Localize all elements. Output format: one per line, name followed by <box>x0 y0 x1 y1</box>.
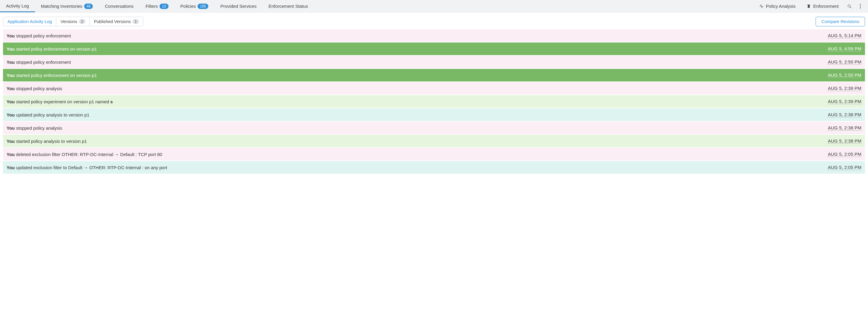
enforcement-button[interactable]: Enforcement <box>801 0 844 12</box>
log-message: You started policy enforcement on versio… <box>7 47 97 52</box>
tab-label: Matching Inventories <box>41 4 82 9</box>
enforcement-label: Enforcement <box>813 4 839 9</box>
subtab-label: Application Activity Log <box>7 19 52 24</box>
log-text: stopped policy analysis <box>15 125 62 130</box>
log-text: started policy enforcement on version p1 <box>15 47 97 52</box>
more-menu-button[interactable] <box>855 0 866 12</box>
log-timestamp: AUG 5, 4:59 PM <box>828 46 861 52</box>
log-row: You updated policy analysis to version p… <box>3 109 865 121</box>
log-timestamp: AUG 5, 2:50 PM <box>828 59 861 65</box>
tab-enforcement-status[interactable]: Enforcement Status <box>262 0 314 12</box>
activity-log-list: You stopped policy enforcement AUG 5, 5:… <box>0 29 868 177</box>
log-message: You updated policy analysis to version p… <box>7 112 90 117</box>
tab-badge: 13 <box>159 4 168 9</box>
subtab-badge: 1 <box>133 19 139 24</box>
policy-analysis-label: Policy Analysis <box>766 4 796 9</box>
search-icon <box>847 4 852 9</box>
log-message: You stopped policy enforcement <box>7 33 71 38</box>
log-text: started policy analysis to version p1 <box>15 139 87 144</box>
kebab-icon <box>860 4 861 8</box>
tab-policies[interactable]: Policies 155 <box>175 0 215 12</box>
tab-label: Filters <box>146 4 158 9</box>
subtab-versions[interactable]: Versions 2 <box>56 17 90 26</box>
search-button[interactable] <box>844 0 855 12</box>
log-text: stopped policy enforcement <box>15 60 71 65</box>
log-row: You deleted exclusion filter OTHER: RTP-… <box>3 148 865 160</box>
log-message: You stopped policy enforcement <box>7 60 71 65</box>
log-message: You started policy enforcement on versio… <box>7 73 97 78</box>
log-timestamp: AUG 5, 2:50 PM <box>828 72 861 78</box>
tab-label: Activity Log <box>6 3 29 8</box>
log-row: You started policy enforcement on versio… <box>3 69 865 82</box>
log-timestamp: AUG 5, 2:05 PM <box>828 151 861 157</box>
tab-label: Provided Services <box>220 4 256 9</box>
log-experiment-name: s <box>111 99 113 104</box>
top-nav-bar: Activity Log Matching Inventories 46 Con… <box>0 0 868 12</box>
log-actor: You <box>7 33 15 38</box>
log-row: You started policy enforcement on versio… <box>3 42 865 55</box>
log-row: You started policy experiment on version… <box>3 95 865 108</box>
tab-label: Policies <box>181 4 196 9</box>
nav-right-actions: Policy Analysis Enforcement <box>754 0 866 12</box>
log-row: You updated exclusion filter to Default … <box>3 161 865 174</box>
log-message: You stopped policy analysis <box>7 125 62 130</box>
tab-label: Enforcement Status <box>269 4 308 9</box>
log-timestamp: AUG 5, 2:05 PM <box>828 165 861 170</box>
svg-point-0 <box>848 4 850 7</box>
rook-icon <box>806 4 811 9</box>
log-timestamp: AUG 5, 2:38 PM <box>828 112 861 117</box>
activity-icon <box>759 4 764 9</box>
log-timestamp: AUG 5, 2:38 PM <box>828 138 861 144</box>
log-text: started policy enforcement on version p1 <box>15 73 97 78</box>
tab-label: Conversations <box>105 4 133 9</box>
log-timestamp: AUG 5, 5:14 PM <box>828 33 861 38</box>
log-text: stopped policy analysis <box>15 86 62 91</box>
tab-badge: 46 <box>84 4 93 9</box>
tab-matching-inventories[interactable]: Matching Inventories 46 <box>35 0 99 12</box>
subtab-row: Application Activity Log Versions 2 Publ… <box>0 12 868 29</box>
svg-line-1 <box>850 7 851 8</box>
log-message: You stopped policy analysis <box>7 86 62 91</box>
subtab-published-versions[interactable]: Published Versions 1 <box>90 17 143 26</box>
log-row: You stopped policy enforcement AUG 5, 5:… <box>3 29 865 42</box>
log-text: updated policy analysis to version p1 <box>15 112 89 117</box>
log-actor: You <box>7 47 15 52</box>
subtab-application-activity-log[interactable]: Application Activity Log <box>3 17 56 26</box>
log-timestamp: AUG 5, 2:38 PM <box>828 125 861 130</box>
nav-tabs: Activity Log Matching Inventories 46 Con… <box>0 0 314 12</box>
log-timestamp: AUG 5, 2:39 PM <box>828 86 861 91</box>
compare-revisions-button[interactable]: Compare Revisions <box>816 17 865 26</box>
log-actor: You <box>7 73 15 78</box>
log-row: You stopped policy analysis AUG 5, 2:38 … <box>3 122 865 134</box>
log-message: You started policy analysis to version p… <box>7 139 87 144</box>
log-text: updated exclusion filter to Default → OT… <box>15 165 167 170</box>
log-message: You updated exclusion filter to Default … <box>7 165 167 170</box>
log-timestamp: AUG 5, 2:39 PM <box>828 99 861 104</box>
log-actor: You <box>7 152 15 157</box>
log-actor: You <box>7 165 15 170</box>
tab-provided-services[interactable]: Provided Services <box>214 0 262 12</box>
tab-conversations[interactable]: Conversations <box>99 0 140 12</box>
tab-badge: 155 <box>197 4 208 9</box>
subtab-badge: 2 <box>79 19 85 24</box>
log-actor: You <box>7 86 15 91</box>
subtab-label: Published Versions <box>94 19 131 24</box>
log-actor: You <box>7 112 15 117</box>
log-text: started policy experiment on version p1 … <box>15 99 110 104</box>
subtab-group: Application Activity Log Versions 2 Publ… <box>3 17 143 26</box>
log-actor: You <box>7 99 15 104</box>
log-actor: You <box>7 139 15 144</box>
tab-filters[interactable]: Filters 13 <box>140 0 174 12</box>
log-row: You stopped policy analysis AUG 5, 2:39 … <box>3 82 865 95</box>
log-text: stopped policy enforcement <box>15 33 71 38</box>
policy-analysis-button[interactable]: Policy Analysis <box>754 0 801 12</box>
log-actor: You <box>7 60 15 65</box>
log-row: You started policy analysis to version p… <box>3 135 865 147</box>
log-text: deleted exclusion filter OTHER: RTP-DC-I… <box>15 152 162 157</box>
log-message: You deleted exclusion filter OTHER: RTP-… <box>7 152 162 157</box>
log-actor: You <box>7 125 15 130</box>
subtab-label: Versions <box>60 19 77 24</box>
log-row: You stopped policy enforcement AUG 5, 2:… <box>3 56 865 68</box>
tab-activity-log[interactable]: Activity Log <box>0 0 35 12</box>
log-message: You started policy experiment on version… <box>7 99 113 104</box>
